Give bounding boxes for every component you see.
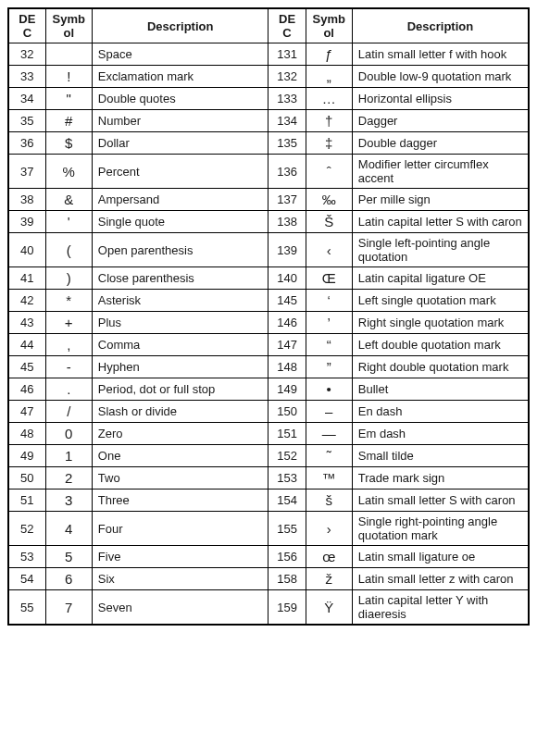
cell-symbol: 2 (45, 467, 92, 490)
cell-symbol: ) (45, 267, 92, 290)
header-symbol-left: Symbol (45, 8, 92, 43)
cell-description: Double low-9 quotation mark (352, 66, 529, 88)
cell-symbol: ƒ (306, 43, 352, 66)
cell-dec: 47 (8, 401, 45, 423)
cell-description: One (92, 445, 268, 467)
cell-symbol: ‘ (306, 290, 352, 312)
cell-description: Open parenthesis (92, 233, 268, 267)
cell-dec: 35 (8, 110, 45, 132)
table-row: 46.Period, dot or full stop149•Bullet (8, 378, 529, 401)
cell-dec: 146 (268, 312, 306, 334)
cell-symbol: ( (45, 233, 92, 267)
cell-symbol: Š (306, 211, 352, 233)
cell-description: Five (92, 546, 268, 568)
cell-symbol: ˆ (306, 155, 352, 189)
table-row: 36$Dollar135‡Double dagger (8, 132, 529, 155)
cell-description: Ampersand (92, 189, 268, 211)
header-dec-left: DEC (8, 8, 45, 43)
cell-description: Hyphen (92, 356, 268, 378)
cell-description: Four (92, 512, 268, 546)
cell-description: Single quote (92, 211, 268, 233)
cell-symbol: … (306, 88, 352, 110)
cell-description: Small tilde (352, 445, 529, 467)
cell-symbol: ’ (306, 312, 352, 334)
cell-symbol: 5 (45, 546, 92, 568)
table-row: 491One152˜Small tilde (8, 445, 529, 467)
cell-symbol: 4 (45, 512, 92, 546)
cell-dec: 40 (8, 233, 45, 267)
cell-symbol: % (45, 155, 92, 189)
cell-dec: 55 (8, 590, 45, 626)
header-desc-right: Description (352, 8, 529, 43)
cell-dec: 48 (8, 423, 45, 445)
cell-symbol: 6 (45, 568, 92, 590)
table-row: 546Six158žLatin small letter z with caro… (8, 568, 529, 590)
cell-symbol: † (306, 110, 352, 132)
cell-dec: 33 (8, 66, 45, 88)
cell-dec: 148 (268, 356, 306, 378)
table-row: 39'Single quote138ŠLatin capital letter … (8, 211, 529, 233)
header-row: DEC Symbol Description DEC Symbol Descri… (8, 8, 529, 43)
cell-dec: 32 (8, 43, 45, 66)
cell-description: Left single quotation mark (352, 290, 529, 312)
header-dec-right: DEC (268, 8, 306, 43)
table-row: 524Four155›Single right-pointing angle q… (8, 512, 529, 546)
table-row: 45-Hyphen148”Right double quotation mark (8, 356, 529, 378)
cell-symbol: 0 (45, 423, 92, 445)
cell-description: Horizontal ellipsis (352, 88, 529, 110)
table-row: 535Five156œLatin small ligature oe (8, 546, 529, 568)
cell-description: Single right-pointing angle quotation ma… (352, 512, 529, 546)
cell-symbol: Ÿ (306, 590, 352, 626)
table-row: 32 Space131ƒLatin small letter f with ho… (8, 43, 529, 66)
cell-dec: 135 (268, 132, 306, 155)
cell-dec: 139 (268, 233, 306, 267)
cell-dec: 41 (8, 267, 45, 290)
cell-dec: 52 (8, 512, 45, 546)
cell-dec: 137 (268, 189, 306, 211)
cell-description: Modifier letter circumflex accent (352, 155, 529, 189)
cell-description: Em dash (352, 423, 529, 445)
cell-description: Single left-pointing angle quotation (352, 233, 529, 267)
cell-symbol: › (306, 512, 352, 546)
cell-symbol: – (306, 401, 352, 423)
cell-dec: 49 (8, 445, 45, 467)
ascii-table: DEC Symbol Description DEC Symbol Descri… (7, 7, 530, 626)
table-row: 47/Slash or divide150–En dash (8, 401, 529, 423)
cell-dec: 43 (8, 312, 45, 334)
cell-dec: 54 (8, 568, 45, 590)
cell-symbol: & (45, 189, 92, 211)
cell-description: Right double quotation mark (352, 356, 529, 378)
header-desc-left: Description (92, 8, 268, 43)
cell-dec: 151 (268, 423, 306, 445)
cell-dec: 46 (8, 378, 45, 401)
cell-dec: 34 (8, 88, 45, 110)
cell-dec: 147 (268, 334, 306, 356)
cell-description: Double quotes (92, 88, 268, 110)
table-row: 41)Close parenthesis140ŒLatin capital li… (8, 267, 529, 290)
cell-dec: 50 (8, 467, 45, 490)
table-row: 480Zero151—Em dash (8, 423, 529, 445)
cell-dec: 145 (268, 290, 306, 312)
cell-description: Latin small letter S with caron (352, 490, 529, 512)
cell-symbol: $ (45, 132, 92, 155)
cell-symbol: ˜ (306, 445, 352, 467)
cell-dec: 152 (268, 445, 306, 467)
cell-dec: 36 (8, 132, 45, 155)
cell-description: Three (92, 490, 268, 512)
cell-symbol: š (306, 490, 352, 512)
cell-description: Number (92, 110, 268, 132)
cell-dec: 156 (268, 546, 306, 568)
cell-dec: 37 (8, 155, 45, 189)
cell-description: Left double quotation mark (352, 334, 529, 356)
cell-symbol: — (306, 423, 352, 445)
cell-dec: 140 (268, 267, 306, 290)
cell-description: Period, dot or full stop (92, 378, 268, 401)
table-row: 502Two153™Trade mark sign (8, 467, 529, 490)
cell-symbol: œ (306, 546, 352, 568)
cell-description: Trade mark sign (352, 467, 529, 490)
cell-symbol: ' (45, 211, 92, 233)
cell-symbol: + (45, 312, 92, 334)
cell-dec: 132 (268, 66, 306, 88)
cell-dec: 155 (268, 512, 306, 546)
cell-dec: 153 (268, 467, 306, 490)
